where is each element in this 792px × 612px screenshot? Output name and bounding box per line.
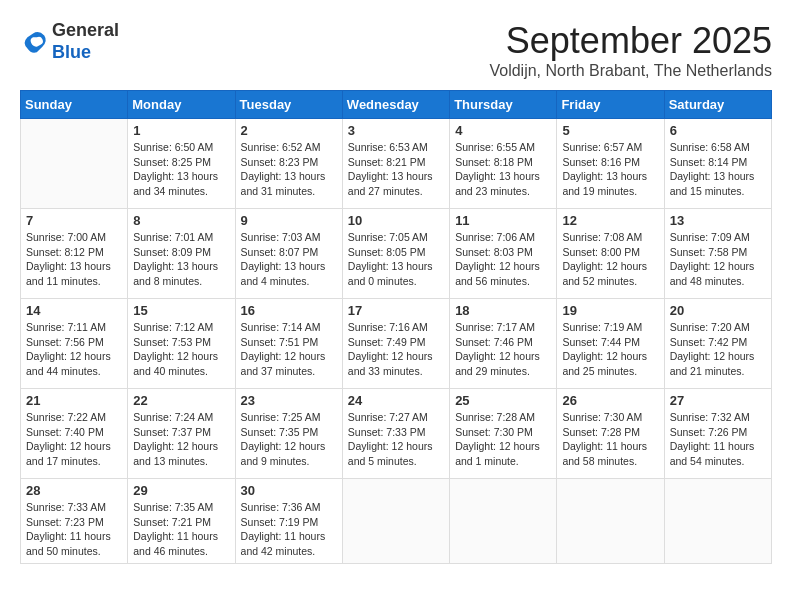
header-wednesday: Wednesday [342, 91, 449, 119]
day-number: 18 [455, 303, 551, 318]
header-thursday: Thursday [450, 91, 557, 119]
cell-content: Sunrise: 7:05 AMSunset: 8:05 PMDaylight:… [348, 230, 444, 289]
title-block: September 2025 Voldijn, North Brabant, T… [489, 20, 772, 80]
cell-content: Sunrise: 7:09 AMSunset: 7:58 PMDaylight:… [670, 230, 766, 289]
cell-2-2: 16Sunrise: 7:14 AMSunset: 7:51 PMDayligh… [235, 299, 342, 389]
header-sunday: Sunday [21, 91, 128, 119]
cell-2-4: 18Sunrise: 7:17 AMSunset: 7:46 PMDayligh… [450, 299, 557, 389]
cell-content: Sunrise: 6:52 AMSunset: 8:23 PMDaylight:… [241, 140, 337, 199]
cell-content: Sunrise: 7:33 AMSunset: 7:23 PMDaylight:… [26, 500, 122, 559]
cell-content: Sunrise: 7:03 AMSunset: 8:07 PMDaylight:… [241, 230, 337, 289]
cell-3-4: 25Sunrise: 7:28 AMSunset: 7:30 PMDayligh… [450, 389, 557, 479]
cell-1-3: 10Sunrise: 7:05 AMSunset: 8:05 PMDayligh… [342, 209, 449, 299]
cell-4-4 [450, 479, 557, 564]
day-number: 12 [562, 213, 658, 228]
day-number: 15 [133, 303, 229, 318]
day-number: 28 [26, 483, 122, 498]
week-row-2: 7Sunrise: 7:00 AMSunset: 8:12 PMDaylight… [21, 209, 772, 299]
month-title: September 2025 [489, 20, 772, 62]
cell-content: Sunrise: 7:36 AMSunset: 7:19 PMDaylight:… [241, 500, 337, 559]
day-number: 19 [562, 303, 658, 318]
cell-2-3: 17Sunrise: 7:16 AMSunset: 7:49 PMDayligh… [342, 299, 449, 389]
cell-content: Sunrise: 7:32 AMSunset: 7:26 PMDaylight:… [670, 410, 766, 469]
cell-4-6 [664, 479, 771, 564]
cell-2-0: 14Sunrise: 7:11 AMSunset: 7:56 PMDayligh… [21, 299, 128, 389]
cell-content: Sunrise: 7:17 AMSunset: 7:46 PMDaylight:… [455, 320, 551, 379]
day-number: 25 [455, 393, 551, 408]
day-number: 16 [241, 303, 337, 318]
cell-3-0: 21Sunrise: 7:22 AMSunset: 7:40 PMDayligh… [21, 389, 128, 479]
calendar-table: SundayMondayTuesdayWednesdayThursdayFrid… [20, 90, 772, 564]
cell-3-6: 27Sunrise: 7:32 AMSunset: 7:26 PMDayligh… [664, 389, 771, 479]
day-number: 20 [670, 303, 766, 318]
week-row-1: 1Sunrise: 6:50 AMSunset: 8:25 PMDaylight… [21, 119, 772, 209]
cell-0-2: 2Sunrise: 6:52 AMSunset: 8:23 PMDaylight… [235, 119, 342, 209]
cell-1-4: 11Sunrise: 7:06 AMSunset: 8:03 PMDayligh… [450, 209, 557, 299]
cell-0-0 [21, 119, 128, 209]
day-number: 30 [241, 483, 337, 498]
day-number: 24 [348, 393, 444, 408]
cell-3-2: 23Sunrise: 7:25 AMSunset: 7:35 PMDayligh… [235, 389, 342, 479]
logo-text-block: General Blue [52, 20, 119, 63]
day-number: 9 [241, 213, 337, 228]
day-number: 6 [670, 123, 766, 138]
cell-content: Sunrise: 6:50 AMSunset: 8:25 PMDaylight:… [133, 140, 229, 199]
day-number: 4 [455, 123, 551, 138]
day-number: 26 [562, 393, 658, 408]
cell-content: Sunrise: 6:57 AMSunset: 8:16 PMDaylight:… [562, 140, 658, 199]
cell-content: Sunrise: 7:11 AMSunset: 7:56 PMDaylight:… [26, 320, 122, 379]
cell-1-5: 12Sunrise: 7:08 AMSunset: 8:00 PMDayligh… [557, 209, 664, 299]
cell-2-5: 19Sunrise: 7:19 AMSunset: 7:44 PMDayligh… [557, 299, 664, 389]
cell-content: Sunrise: 6:55 AMSunset: 8:18 PMDaylight:… [455, 140, 551, 199]
cell-content: Sunrise: 7:00 AMSunset: 8:12 PMDaylight:… [26, 230, 122, 289]
day-number: 23 [241, 393, 337, 408]
page-header: General Blue September 2025 Voldijn, Nor… [20, 20, 772, 80]
cell-0-6: 6Sunrise: 6:58 AMSunset: 8:14 PMDaylight… [664, 119, 771, 209]
cell-content: Sunrise: 7:24 AMSunset: 7:37 PMDaylight:… [133, 410, 229, 469]
week-row-4: 21Sunrise: 7:22 AMSunset: 7:40 PMDayligh… [21, 389, 772, 479]
cell-4-3 [342, 479, 449, 564]
header-monday: Monday [128, 91, 235, 119]
cell-content: Sunrise: 6:53 AMSunset: 8:21 PMDaylight:… [348, 140, 444, 199]
day-number: 14 [26, 303, 122, 318]
day-number: 22 [133, 393, 229, 408]
day-number: 27 [670, 393, 766, 408]
cell-content: Sunrise: 7:25 AMSunset: 7:35 PMDaylight:… [241, 410, 337, 469]
cell-content: Sunrise: 7:28 AMSunset: 7:30 PMDaylight:… [455, 410, 551, 469]
cell-4-2: 30Sunrise: 7:36 AMSunset: 7:19 PMDayligh… [235, 479, 342, 564]
header-friday: Friday [557, 91, 664, 119]
day-number: 5 [562, 123, 658, 138]
day-number: 17 [348, 303, 444, 318]
day-number: 3 [348, 123, 444, 138]
cell-0-1: 1Sunrise: 6:50 AMSunset: 8:25 PMDaylight… [128, 119, 235, 209]
cell-content: Sunrise: 7:27 AMSunset: 7:33 PMDaylight:… [348, 410, 444, 469]
cell-0-4: 4Sunrise: 6:55 AMSunset: 8:18 PMDaylight… [450, 119, 557, 209]
cell-content: Sunrise: 7:16 AMSunset: 7:49 PMDaylight:… [348, 320, 444, 379]
logo: General Blue [20, 20, 119, 63]
cell-3-1: 22Sunrise: 7:24 AMSunset: 7:37 PMDayligh… [128, 389, 235, 479]
cell-1-6: 13Sunrise: 7:09 AMSunset: 7:58 PMDayligh… [664, 209, 771, 299]
cell-4-1: 29Sunrise: 7:35 AMSunset: 7:21 PMDayligh… [128, 479, 235, 564]
day-number: 10 [348, 213, 444, 228]
header-tuesday: Tuesday [235, 91, 342, 119]
cell-4-5 [557, 479, 664, 564]
day-number: 7 [26, 213, 122, 228]
cell-1-1: 8Sunrise: 7:01 AMSunset: 8:09 PMDaylight… [128, 209, 235, 299]
cell-content: Sunrise: 7:19 AMSunset: 7:44 PMDaylight:… [562, 320, 658, 379]
cell-content: Sunrise: 7:01 AMSunset: 8:09 PMDaylight:… [133, 230, 229, 289]
day-number: 2 [241, 123, 337, 138]
cell-1-2: 9Sunrise: 7:03 AMSunset: 8:07 PMDaylight… [235, 209, 342, 299]
cell-1-0: 7Sunrise: 7:00 AMSunset: 8:12 PMDaylight… [21, 209, 128, 299]
cell-content: Sunrise: 7:12 AMSunset: 7:53 PMDaylight:… [133, 320, 229, 379]
day-number: 11 [455, 213, 551, 228]
header-row: SundayMondayTuesdayWednesdayThursdayFrid… [21, 91, 772, 119]
cell-3-3: 24Sunrise: 7:27 AMSunset: 7:33 PMDayligh… [342, 389, 449, 479]
cell-3-5: 26Sunrise: 7:30 AMSunset: 7:28 PMDayligh… [557, 389, 664, 479]
day-number: 8 [133, 213, 229, 228]
logo-general: General [52, 20, 119, 40]
cell-content: Sunrise: 7:20 AMSunset: 7:42 PMDaylight:… [670, 320, 766, 379]
header-saturday: Saturday [664, 91, 771, 119]
day-number: 1 [133, 123, 229, 138]
cell-0-3: 3Sunrise: 6:53 AMSunset: 8:21 PMDaylight… [342, 119, 449, 209]
day-number: 21 [26, 393, 122, 408]
